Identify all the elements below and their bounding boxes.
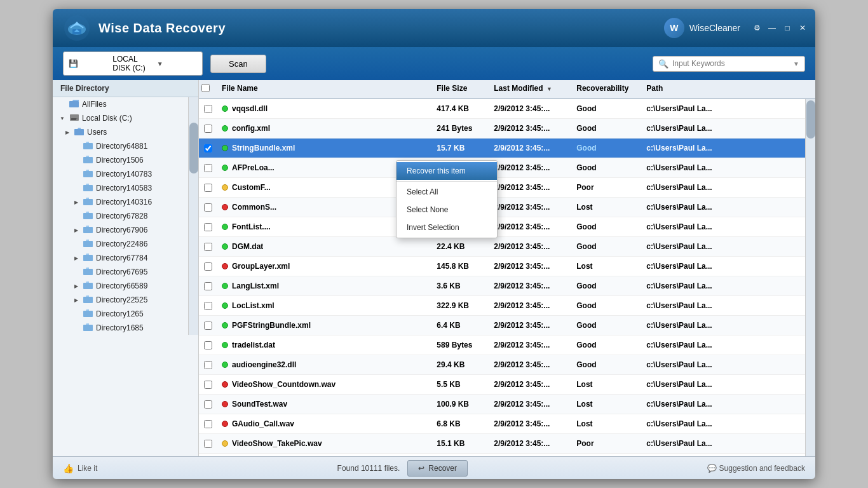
sidebar-item-dir67695[interactable]: Directory67695	[53, 265, 188, 279]
context-menu-recover-item[interactable]: Recover this item	[397, 162, 497, 180]
context-menu-select-all[interactable]: Select All	[397, 183, 497, 201]
row-check-cell	[199, 200, 217, 215]
expand-icon	[58, 100, 67, 109]
table-row[interactable]: GAudio_Call.wav 6.8 KB 2/9/2012 3:45:...…	[199, 414, 805, 434]
row-checkbox[interactable]	[204, 164, 212, 172]
col-header-date[interactable]: Last Modified ▼	[489, 80, 571, 98]
sidebar-item-users[interactable]: ▶ Users	[53, 125, 188, 139]
row-checkbox[interactable]	[204, 184, 212, 192]
sidebar-item-dir1685[interactable]: Directory1685	[53, 321, 188, 335]
row-filename: audioengine32.dll	[232, 360, 296, 369]
row-checkbox[interactable]	[204, 243, 212, 251]
sidebar-item-dir22525[interactable]: ▶ Directory22525	[53, 293, 188, 307]
sidebar-item-dir67906[interactable]: ▶ Directory67906	[53, 223, 188, 237]
sidebar-scrollbar[interactable]	[188, 97, 198, 335]
row-filepath: c:\Users\Paul La...	[641, 120, 805, 137]
table-row[interactable]: AFPreLoa... 465 Bytes 2/9/2012 3:45:... …	[199, 158, 805, 178]
select-all-checkbox[interactable]	[201, 84, 210, 92]
sidebar-item-dir67828[interactable]: Directory67828	[53, 209, 188, 223]
table-row[interactable]: LocList.xml 322.9 KB 2/9/2012 3:45:... G…	[199, 296, 805, 316]
row-checkbox[interactable]	[204, 322, 212, 330]
context-menu: Recover this item Select All Select None…	[396, 160, 498, 238]
table-row[interactable]: VideoShow_TakePic.wav 15.1 KB 2/9/2012 3…	[199, 434, 805, 454]
maximize-button[interactable]: □	[781, 22, 794, 34]
sidebar-item-allfiles[interactable]: AllFiles	[53, 97, 188, 111]
table-row[interactable]: audioengine32.dll 29.4 KB 2/9/2012 3:45:…	[199, 355, 805, 375]
wisecleaner-button[interactable]: W WiseCleaner	[664, 18, 740, 38]
status-dot	[222, 243, 228, 250]
row-checkbox[interactable]	[204, 105, 212, 113]
table-row[interactable]: VideoShow_Countdown.wav 5.5 KB 2/9/2012 …	[199, 375, 805, 395]
table-row[interactable]: StringBundle.xml 15.7 KB 2/9/2012 3:45:.…	[199, 139, 805, 158]
row-filedate: 2/9/2012 3:45:...	[489, 376, 571, 393]
file-rows-scrollbar[interactable]	[805, 99, 815, 456]
col-header-path[interactable]: Path	[641, 80, 805, 98]
sidebar-item-localdisk[interactable]: ▼ Local Disk (C:)	[53, 111, 188, 125]
table-row[interactable]: DGM.dat 22.4 KB 2/9/2012 3:45:... Good c…	[199, 237, 805, 257]
header-check[interactable]	[199, 80, 217, 98]
row-filedate: 2/9/2012 3:45:...	[489, 297, 571, 314]
expand-icon	[72, 240, 81, 248]
table-row[interactable]: GAudio_Receive.wav 7.3 KB 2/9/2012 3:45:…	[199, 454, 805, 456]
context-menu-invert-selection[interactable]: Invert Selection	[397, 219, 497, 236]
col-header-size[interactable]: File Size	[431, 80, 489, 98]
col-header-name[interactable]: File Name	[217, 80, 431, 98]
sidebar-item-dir140783[interactable]: Directory140783	[53, 167, 188, 181]
row-checkbox[interactable]	[204, 302, 212, 310]
sidebar-dir1506-label: Directory1506	[96, 156, 183, 165]
sidebar-item-dir67784[interactable]: ▶ Directory67784	[53, 251, 188, 265]
row-checkbox[interactable]	[204, 223, 212, 231]
row-checkbox[interactable]	[204, 361, 212, 369]
row-checkbox[interactable]	[204, 420, 212, 428]
row-checkbox[interactable]	[204, 203, 212, 212]
row-checkbox[interactable]	[204, 440, 212, 448]
sidebar-dir22486-label: Directory22486	[96, 240, 183, 248]
table-row[interactable]: GroupLayer.xml 145.8 KB 2/9/2012 3:45:..…	[199, 257, 805, 276]
close-button[interactable]: ✕	[796, 22, 809, 34]
row-filepath: c:\Users\Paul La...	[641, 179, 805, 196]
sidebar-scrollbar-thumb[interactable]	[189, 123, 198, 173]
like-label[interactable]: Like it	[78, 464, 97, 473]
sidebar-item-dir22486[interactable]: Directory22486	[53, 237, 188, 251]
table-row[interactable]: vqqsdl.dll 417.4 KB 2/9/2012 3:45:... Go…	[199, 99, 805, 119]
table-row[interactable]: PGFStringBundle.xml 6.4 KB 2/9/2012 3:45…	[199, 316, 805, 336]
sidebar-dir140316-label: Directory140316	[96, 198, 183, 207]
file-rows-scrollbar-thumb[interactable]	[806, 100, 815, 139]
sidebar-header: File Directory	[53, 80, 198, 97]
row-checkbox[interactable]	[204, 400, 212, 409]
settings-button[interactable]: ⚙	[750, 22, 763, 34]
expand-icon	[72, 309, 81, 318]
found-files-text: Found 10111 files.	[337, 464, 400, 473]
sidebar-item-dir140583[interactable]: Directory140583	[53, 181, 188, 195]
recover-button[interactable]: ↩ Recover	[407, 460, 468, 477]
sidebar-item-dir66589[interactable]: ▶ Directory66589	[53, 279, 188, 293]
table-row[interactable]: config.xml 241 Bytes 2/9/2012 3:45:... G…	[199, 119, 805, 139]
minimize-button[interactable]: —	[766, 22, 778, 34]
row-filename: LocList.xml	[232, 301, 275, 310]
row-checkbox[interactable]	[204, 262, 212, 271]
table-row[interactable]: CommonS... 1.1 KB 2/9/2012 3:45:... Lost…	[199, 198, 805, 217]
col-header-recoverability[interactable]: Recoverability	[571, 80, 641, 98]
status-dot	[222, 283, 228, 289]
table-row[interactable]: tradelist.dat 589 Bytes 2/9/2012 3:45:..…	[199, 336, 805, 355]
row-checkbox[interactable]	[204, 125, 212, 133]
folder-icon	[83, 225, 93, 235]
table-row[interactable]: SoundTest.wav 100.9 KB 2/9/2012 3:45:...…	[199, 395, 805, 414]
suggestion-label[interactable]: Suggestion and feedback	[719, 464, 805, 473]
row-checkbox[interactable]	[204, 282, 212, 290]
row-checkbox[interactable]	[204, 144, 212, 152]
sidebar-item-dir1506[interactable]: Directory1506	[53, 153, 188, 167]
table-row[interactable]: LangList.xml 3.6 KB 2/9/2012 3:45:... Go…	[199, 276, 805, 296]
table-row[interactable]: FontList.... 6.8 KB 2/9/2012 3:45:... Go…	[199, 217, 805, 237]
row-checkbox[interactable]	[204, 381, 212, 389]
sidebar-item-dir140316[interactable]: ▶ Directory140316	[53, 195, 188, 209]
table-row[interactable]: CustomF... 8.4 KB 2/9/2012 3:45:... Poor…	[199, 178, 805, 198]
sidebar-item-dir64881[interactable]: Directory64881	[53, 139, 188, 153]
scan-button[interactable]: Scan	[210, 55, 266, 73]
row-checkbox[interactable]	[204, 341, 212, 349]
sidebar-item-dir1265[interactable]: Directory1265	[53, 307, 188, 321]
row-check-cell	[199, 377, 217, 393]
drive-select[interactable]: 💾 LOCAL DISK (C:) ▼	[63, 51, 203, 76]
search-input[interactable]	[672, 59, 789, 68]
context-menu-select-none[interactable]: Select None	[397, 201, 497, 219]
